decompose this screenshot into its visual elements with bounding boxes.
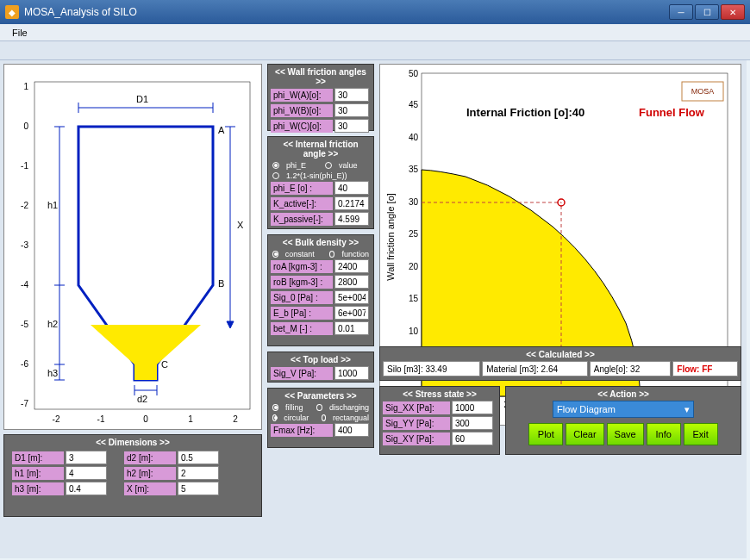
svg-text:50: 50 <box>409 69 419 78</box>
svg-text:0: 0 <box>23 121 28 131</box>
radio-constant[interactable] <box>272 251 278 258</box>
action-panel: << Action >> Flow Diagram ▾ Plot Clear S… <box>505 386 741 455</box>
action-title: << Action >> <box>509 389 738 399</box>
input-roA[interactable] <box>334 259 369 273</box>
lbl-Eb: E_b [Pa] : <box>271 307 333 320</box>
svg-text:X: X <box>237 220 244 230</box>
svg-text:40: 40 <box>409 133 419 142</box>
svg-text:-2: -2 <box>53 414 60 424</box>
svg-text:B: B <box>218 278 224 289</box>
lbl-phiWA: phi_W(A)[o]: <box>271 89 333 102</box>
action-combo[interactable]: Flow Diagram ▾ <box>553 401 694 418</box>
svg-text:1: 1 <box>23 82 28 91</box>
input-phiE[interactable] <box>334 181 369 195</box>
clear-button[interactable]: Clear <box>566 423 603 445</box>
input-h1[interactable] <box>66 466 107 480</box>
exit-button[interactable]: Exit <box>684 423 718 445</box>
plot-title: Internal Friction [o]:40 <box>466 106 584 119</box>
dimensions-panel: << Dimensions >> D1 [m]: h1 [m]: h3 [m]:… <box>3 434 262 517</box>
bulk-density-title: << Bulk density >> <box>271 238 371 247</box>
svg-text:35: 35 <box>409 165 419 174</box>
lbl-Sig0: Sig_0 [Pa] : <box>271 291 333 304</box>
stress-state-panel: << Stress state >> Sig_XX [Pa]: Sig_YY [… <box>379 386 500 455</box>
internal-friction-panel: << Internal friction angle >> phi_Evalue… <box>267 136 374 229</box>
svg-text:MOSA: MOSA <box>691 87 715 96</box>
silo-diagram: 1 0 -1 -2 -3 -4 -5 -6 -7 -2 -1 0 1 2 <box>3 64 262 430</box>
svg-text:-7: -7 <box>21 399 28 408</box>
svg-text:-1: -1 <box>21 161 28 171</box>
radio-phiE[interactable] <box>272 162 279 169</box>
top-load-title: << Top load >> <box>271 355 371 364</box>
svg-text:45: 45 <box>409 100 419 109</box>
internal-friction-title: << Internal friction angle >> <box>271 140 371 159</box>
input-betM[interactable] <box>334 321 369 335</box>
radio-filling[interactable] <box>272 404 278 411</box>
mosa-logo-icon: MOSA <box>682 82 723 101</box>
input-X[interactable] <box>178 482 219 495</box>
input-SigXY[interactable] <box>452 432 493 445</box>
lbl-D1: D1 [m]: <box>12 451 64 464</box>
chevron-down-icon: ▾ <box>684 404 690 415</box>
input-SigV[interactable] <box>334 366 369 380</box>
input-h3[interactable] <box>66 482 107 495</box>
minimize-button[interactable]: ─ <box>669 4 693 20</box>
input-SigYY[interactable] <box>452 416 493 430</box>
save-button[interactable]: Save <box>607 423 644 445</box>
input-Kpassive[interactable] <box>334 212 369 226</box>
svg-text:15: 15 <box>409 294 419 303</box>
input-phiWB[interactable] <box>334 103 369 117</box>
close-button[interactable]: ✕ <box>721 4 745 20</box>
svg-text:h1: h1 <box>47 200 58 210</box>
stress-title: << Stress state >> <box>383 389 497 399</box>
lbl-h3: h3 [m]: <box>12 482 64 495</box>
silo-svg: 1 0 -1 -2 -3 -4 -5 -6 -7 -2 -1 0 1 2 <box>4 65 263 431</box>
lbl-SigXX: Sig_XX [Pa]: <box>383 401 450 414</box>
input-phiWA[interactable] <box>334 88 369 102</box>
menubar: File <box>0 24 750 41</box>
svg-text:h3: h3 <box>47 368 58 378</box>
input-d2[interactable] <box>178 451 219 464</box>
maximize-button[interactable]: ☐ <box>695 4 719 20</box>
input-D1[interactable] <box>66 451 107 464</box>
radio-value[interactable] <box>325 162 332 169</box>
svg-text:-4: -4 <box>21 280 28 289</box>
input-Kactive[interactable] <box>334 196 369 210</box>
lbl-Kpassive: K_passive[-]: <box>271 213 333 226</box>
wall-friction-title: << Wall friction angles >> <box>271 67 371 86</box>
menu-file[interactable]: File <box>5 26 34 40</box>
input-Fmax[interactable] <box>334 423 369 437</box>
svg-text:C: C <box>161 359 168 370</box>
info-button[interactable]: Info <box>647 423 681 445</box>
calc-material: Material [m3]: 2.64 <box>482 361 588 376</box>
parameters-panel: << Parameters >> fillingdischarging circ… <box>267 388 374 448</box>
svg-text:h2: h2 <box>47 319 58 329</box>
lbl-Kactive: K_active[-]: <box>271 197 333 210</box>
svg-text:25: 25 <box>409 229 419 239</box>
calculated-panel: << Calculated >> Silo [m3]: 33.49 Materi… <box>379 346 741 381</box>
lbl-SigYY: Sig_YY [Pa]: <box>383 417 450 430</box>
svg-text:0: 0 <box>143 414 148 424</box>
radio-discharging[interactable] <box>316 404 322 411</box>
input-phiWC[interactable] <box>334 119 369 133</box>
lbl-SigXY: Sig_XY [Pa]: <box>383 432 450 445</box>
action-combo-label: Flow Diagram <box>557 404 616 414</box>
radio-circular[interactable] <box>272 414 277 421</box>
lbl-d2: d2 [m]: <box>124 451 176 464</box>
lbl-phiWB: phi_W(B)[o]: <box>271 104 333 117</box>
svg-text:-2: -2 <box>21 201 28 210</box>
input-roB[interactable] <box>334 275 369 289</box>
plot-button[interactable]: Plot <box>528 423 563 445</box>
input-SigXX[interactable] <box>452 401 493 414</box>
svg-text:D1: D1 <box>136 94 148 104</box>
radio-formula[interactable] <box>272 172 279 179</box>
input-Sig0[interactable] <box>334 290 369 304</box>
svg-text:-3: -3 <box>21 240 28 250</box>
top-load-panel: << Top load >> Sig_V [Pa]: <box>267 352 374 383</box>
radio-function[interactable] <box>329 251 335 258</box>
svg-text:30: 30 <box>409 197 419 207</box>
workspace: 1 0 -1 -2 -3 -4 -5 -6 -7 -2 -1 0 1 2 <box>0 60 747 558</box>
input-h2[interactable] <box>178 466 219 480</box>
radio-rectangular[interactable] <box>322 414 326 421</box>
input-Eb[interactable] <box>334 306 369 320</box>
lbl-SigV: Sig_V [Pa]: <box>271 367 333 380</box>
